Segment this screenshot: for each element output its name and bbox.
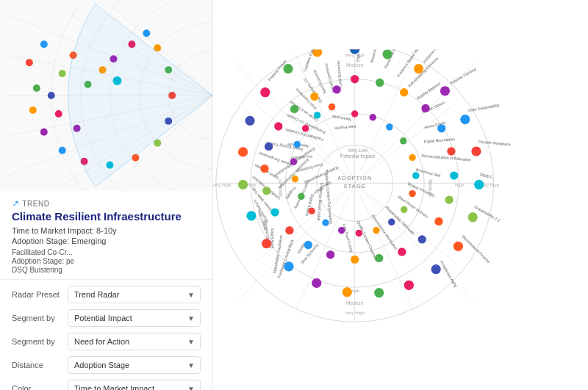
svg-point-131 (401, 206, 407, 213)
svg-text:ADOPTION: ADOPTION (337, 175, 372, 181)
svg-point-134 (356, 230, 362, 236)
svg-point-30 (40, 129, 48, 136)
svg-text:Prosperous Aging: Prosperous Aging (440, 260, 459, 289)
svg-text:Low Touch Living: Low Touch Living (343, 223, 354, 253)
svg-point-187 (238, 147, 248, 156)
svg-point-173 (460, 115, 470, 124)
svg-point-172 (440, 86, 450, 95)
svg-point-138 (298, 193, 304, 200)
svg-text:High: High (455, 182, 465, 187)
svg-point-28 (33, 84, 40, 92)
adoption-stage: Adoption Stage: Emerging (12, 236, 201, 245)
time-to-market: Time to Market Impact: 8-10y (12, 226, 201, 235)
svg-text:Democratization of Education: Democratization of Education (421, 154, 471, 162)
svg-text:Very High: Very High (213, 182, 232, 187)
radar-preset-wrapper[interactable]: Trend Radar ▼ (68, 286, 201, 303)
svg-point-185 (246, 211, 256, 220)
color-row: Color Time to Market Impact ▼ (12, 380, 201, 390)
segment-by-1-label: Segment by (12, 314, 63, 322)
svg-point-149 (437, 124, 445, 132)
svg-point-160 (285, 226, 293, 234)
svg-point-27 (26, 59, 33, 66)
radar-preset-select[interactable]: Trend Radar (68, 286, 201, 303)
color-wrapper[interactable]: Time to Market Impact ▼ (68, 380, 201, 390)
svg-point-189 (260, 87, 270, 97)
svg-point-124 (351, 110, 358, 117)
svg-point-24 (55, 110, 62, 118)
radar-svg: Very Low Potential Impact Medium Medium … (213, 0, 588, 390)
tag-3: DSQ Buistering (12, 266, 201, 274)
svg-text:Sustainability 2.1: Sustainability 2.1 (474, 204, 501, 223)
radar-preset-row: Radar Preset Trend Radar ▼ (12, 286, 201, 303)
svg-point-23 (48, 92, 55, 99)
svg-text:High: High (247, 182, 257, 187)
tag-1: Facilitated Co-Cr... (12, 248, 201, 256)
distance-select[interactable]: Adoption Stage (68, 356, 201, 374)
svg-text:Inclusive Farming: Inclusive Farming (449, 67, 477, 86)
svg-text:Mentorship: Mentorship (331, 115, 351, 122)
svg-point-125 (370, 114, 376, 120)
distance-row: Distance Adoption Stage ▼ (12, 356, 201, 374)
svg-text:Value Driven Delivery: Value Driven Delivery (397, 194, 429, 219)
svg-text:Freelance Content Consumption: Freelance Content Consumption (324, 169, 333, 224)
segment-by-2-label: Segment by (12, 337, 63, 346)
svg-text:STAGE: STAGE (344, 183, 366, 189)
svg-point-22 (59, 70, 66, 77)
svg-point-135 (338, 227, 345, 234)
svg-point-161 (270, 208, 279, 216)
svg-point-137 (308, 208, 315, 214)
svg-text:Mobility Balance: Mobility Balance (416, 81, 441, 101)
segment-by-1-row: Segment by Potential Impact ▼ (12, 309, 201, 327)
svg-point-151 (450, 171, 458, 179)
svg-point-132 (388, 219, 395, 225)
svg-text:Potential Impact: Potential Impact (340, 154, 376, 159)
svg-text:Digital Campfire: Digital Campfire (355, 35, 362, 62)
svg-point-155 (398, 248, 406, 256)
svg-point-171 (414, 64, 423, 73)
svg-point-168 (332, 85, 340, 93)
svg-point-158 (326, 250, 334, 259)
left-panel: ↗ TREND Climate Resilient Infraestructur… (0, 0, 213, 390)
svg-point-152 (445, 195, 453, 203)
svg-point-184 (262, 239, 271, 248)
svg-point-145 (351, 75, 359, 83)
svg-point-156 (375, 254, 383, 262)
svg-point-182 (312, 278, 321, 288)
svg-text:Local Economic: Local Economic (336, 60, 343, 87)
svg-text:Ecotourism: Ecotourism (262, 220, 270, 239)
svg-point-159 (304, 241, 312, 249)
svg-point-139 (292, 176, 298, 182)
segment-by-1-select[interactable]: Potential Impact (68, 309, 201, 327)
svg-point-127 (400, 137, 406, 144)
svg-point-128 (409, 154, 415, 161)
svg-point-146 (376, 79, 384, 87)
segment-by-2-select[interactable]: Need for Action (68, 333, 201, 350)
preview-svg (0, 0, 212, 191)
distance-wrapper[interactable]: Adoption Stage ▼ (68, 356, 201, 374)
segment-by-2-row: Segment by Need for Action ▼ (12, 333, 201, 350)
svg-text:DEIB F...: DEIB F... (479, 172, 495, 180)
svg-point-140 (290, 158, 297, 165)
svg-point-147 (400, 88, 408, 96)
svg-point-29 (29, 106, 37, 114)
svg-point-162 (262, 187, 270, 195)
svg-text:Very High: Very High (345, 310, 365, 315)
svg-point-150 (447, 147, 455, 155)
color-select[interactable]: Time to Market Impact (68, 380, 201, 390)
svg-text:Broadcast Self: Broadcast Self (416, 167, 442, 178)
svg-point-154 (418, 235, 426, 243)
svg-point-164 (265, 142, 273, 151)
color-label: Color (12, 384, 63, 390)
svg-point-144 (329, 104, 335, 110)
svg-point-179 (404, 281, 414, 290)
svg-point-174 (471, 146, 481, 156)
trend-title: Climate Resilient Infraestructure (12, 210, 201, 223)
svg-point-183 (284, 261, 293, 271)
controls-panel: Radar Preset Trend Radar ▼ Segment by Po… (0, 280, 212, 390)
segment-by-1-wrapper[interactable]: Potential Impact ▼ (68, 309, 201, 327)
svg-point-165 (274, 122, 282, 130)
radar-container: Very Low Potential Impact Medium Medium … (213, 0, 588, 390)
svg-text:Medium: Medium (346, 62, 364, 68)
segment-by-2-wrapper[interactable]: Need for Action ▼ (68, 333, 201, 350)
svg-point-180 (374, 288, 384, 297)
